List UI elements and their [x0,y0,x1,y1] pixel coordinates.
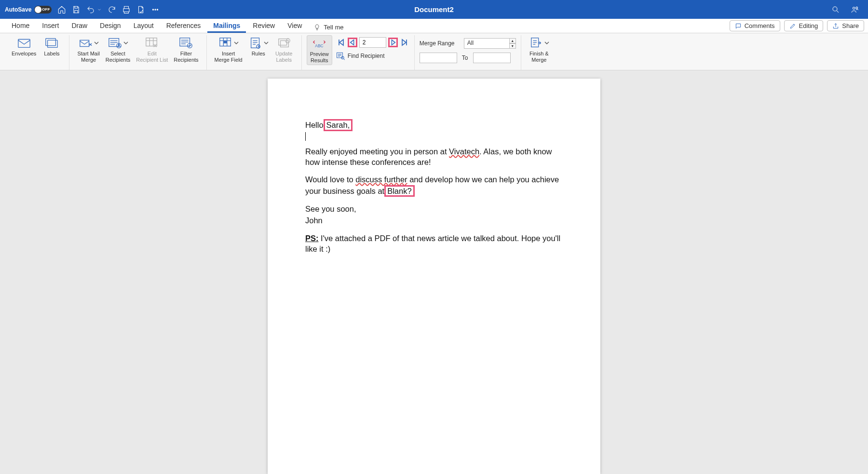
rules-button[interactable]: Rules [245,35,271,58]
title-bar: AutoSave OFF Document2 [0,0,868,19]
redo-icon[interactable] [108,5,116,14]
preview-results-button[interactable]: ABC Preview Results [307,35,332,65]
tab-view[interactable]: View [282,20,308,33]
print-icon[interactable] [122,5,131,14]
mail-merge-icon [79,36,93,50]
merge-to-label: To [462,54,468,61]
svg-point-0 [153,9,154,10]
search-icon[interactable] [831,5,840,14]
undo-icon[interactable] [86,5,95,14]
grammar-phrase: discuss further [355,175,407,184]
merge-range-label: Merge Range [420,40,459,47]
tab-layout[interactable]: Layout [128,20,160,33]
autosave-state: OFF [34,6,52,14]
share-people-icon[interactable] [851,5,859,14]
text-cursor [305,132,306,141]
edit-recipient-list-label: Edit Recipient List [136,51,168,63]
save-icon[interactable] [72,5,81,14]
merge-from-input[interactable] [420,53,457,63]
tell-me[interactable]: Tell me [309,22,348,33]
ribbon-tabs: HomeInsertDrawDesignLayoutReferencesMail… [0,19,868,33]
edit-recipient-list-button: Edit Recipient List [133,35,171,64]
envelope-icon [17,36,31,50]
home-icon[interactable] [57,5,66,14]
svg-point-5 [856,7,858,9]
chevron-down-icon [234,41,239,45]
comments-button[interactable]: Comments [730,20,780,31]
finish-merge-button[interactable]: Finish & Merge [526,35,552,64]
tab-insert[interactable]: Insert [36,20,65,33]
insert-merge-field-button[interactable]: Insert Merge Field [212,35,245,64]
svg-rect-6 [18,40,30,48]
merge-range-down[interactable]: ▼ [509,43,516,49]
filter-recipients-label: Filter Recipients [174,51,198,63]
paragraph-2: Would love to discuss further and develo… [305,174,563,197]
update-labels-button: Update Labels [271,35,297,64]
merge-range-select[interactable]: All [464,38,510,49]
comments-label: Comments [745,22,775,29]
merge-field-icon [218,36,233,50]
select-recipients-button[interactable]: Select Recipients [103,35,133,64]
autosave-toggle[interactable]: AutoSave OFF [5,6,52,14]
labels-button[interactable]: Labels [39,35,64,58]
chevron-down-icon [544,41,549,45]
template-icon[interactable] [136,5,145,14]
merge-range-value: All [467,40,474,46]
ps-line: PS: I've attached a PDF of that news art… [305,233,563,255]
merge-to-input[interactable] [473,53,511,63]
svg-point-3 [833,7,837,11]
greeting-prefix: Hello [305,121,324,129]
comments-icon [735,23,742,29]
ribbon: Envelopes Labels Start Mail Merge Select… [0,33,868,70]
svg-rect-8 [48,40,58,47]
tab-references[interactable]: References [161,20,207,33]
filter-recipients-button[interactable]: Filter Recipients [171,35,201,64]
svg-rect-21 [280,41,288,47]
labels-icon [44,36,59,50]
more-icon[interactable] [151,5,160,14]
ps-text: I've attached a PDF of that news article… [305,234,560,253]
last-record-button[interactable] [400,38,409,47]
svg-rect-13 [146,38,157,46]
share-icon [832,23,839,29]
svg-rect-17 [223,41,227,43]
greeting-line: Hello Sarah, [305,119,563,131]
start-mail-merge-button[interactable]: Start Mail Merge [74,35,102,64]
tab-draw[interactable]: Draw [66,20,93,33]
merge-field-name: Sarah, [324,119,353,131]
document-page[interactable]: Hello Sarah, Really enjoyed meeting you … [268,79,600,474]
tab-design[interactable]: Design [94,20,127,33]
editing-button[interactable]: Editing [784,20,824,31]
tell-me-label: Tell me [324,24,343,31]
rules-label: Rules [252,51,265,57]
rules-icon [248,36,263,50]
chevron-down-icon [123,41,128,45]
autosave-label: AutoSave [5,6,31,13]
find-recipient-label: Find Recipient [348,53,385,59]
prev-record-button[interactable] [348,38,357,47]
merge-range-up[interactable]: ▲ [509,38,516,43]
tab-review[interactable]: Review [247,20,281,33]
tab-home[interactable]: Home [6,20,35,33]
spellcheck-word: Vivatech [449,147,479,156]
chevron-down-icon [94,41,99,45]
undo-dropdown-icon[interactable] [97,7,102,12]
share-label: Share [842,22,859,29]
record-number-input[interactable] [359,37,386,48]
lightbulb-icon [313,24,321,31]
update-labels-label: Update Labels [275,51,292,63]
document-area[interactable]: Hello Sarah, Really enjoyed meeting you … [0,70,868,474]
svg-point-1 [155,9,156,10]
tab-mailings[interactable]: Mailings [207,20,246,33]
paragraph-3: See you soon, [305,203,563,214]
next-record-button[interactable] [388,38,398,47]
ps-label: PS: [305,234,319,243]
find-recipient-button[interactable]: Find Recipient [336,52,409,60]
paragraph-1: Really enjoyed meeting you in person at … [305,146,563,168]
envelopes-label: Envelopes [12,51,36,57]
share-button[interactable]: Share [827,20,864,31]
filter-icon [179,36,193,50]
first-record-button[interactable] [336,38,346,47]
envelopes-button[interactable]: Envelopes [9,35,39,58]
chevron-down-icon [264,41,269,45]
